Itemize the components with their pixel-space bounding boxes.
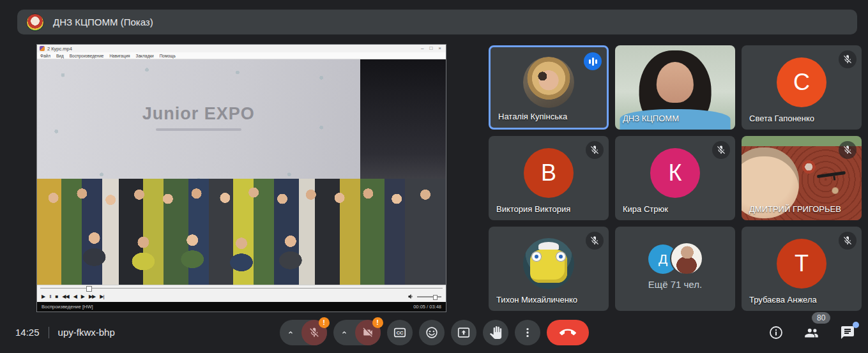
google-meet-window: ДНЗ КЦПОММ (Показ) 2 Курс.mp4 – □ × Файл… [0,0,868,353]
volume-handle[interactable] [433,295,438,300]
projection-screen: Junior EXPO [37,59,360,190]
mic-muted-icon [712,141,730,159]
maximize-icon[interactable]: □ [429,46,432,51]
participant-name: ДНЗ КЦПОММ [623,114,679,123]
mic-muted-icon [586,141,604,159]
participant-name: Виктория Виктория [496,204,570,214]
svg-text:CC: CC [396,330,404,336]
menu-playback[interactable]: Воспроизведение [70,54,104,58]
status-time: 00:05 / 03:48 [413,304,441,310]
seek-handle[interactable] [86,286,92,292]
mic-options-chevron-icon[interactable] [280,320,301,345]
participant-avatar: С [777,57,826,107]
participant-name: Тихон Михайличенко [496,295,577,304]
participant-tile-trubaeva[interactable]: Т Трубаєва Анжела [742,227,862,311]
participant-tile-viktoria[interactable]: В Виктория Виктория [489,136,609,220]
speaking-indicator-icon [584,52,602,70]
end-call-button[interactable] [547,320,589,345]
media-player-icon [40,46,45,51]
mic-control[interactable]: ! [280,320,327,345]
player-controls: ▶ ‖ ■ ◀◀ ◀ ▶ ▶▶ ▶| [37,291,446,302]
call-controls: ! ! CC [280,320,589,345]
reactions-button[interactable] [419,320,445,345]
menu-file[interactable]: Файл [40,54,50,58]
present-screen-button[interactable] [451,320,476,345]
camera-options-chevron-icon[interactable] [333,320,355,345]
participant-name: Кира Стрюк [623,204,668,214]
close-icon[interactable]: × [438,46,441,51]
participant-name: ДМИТРИЙ ГРИГОРЬЕВ [749,204,841,214]
meeting-info: 14:25 upy-fkwx-bhp [15,327,115,338]
participant-name: Наталія Купінська [498,112,567,121]
overflow-avatars: Д [648,243,702,274]
participants-button[interactable]: 80 [803,324,821,342]
more-options-button[interactable] [515,320,540,345]
player-status-bar: Воспроизведение [HW] 00:05 / 03:48 [37,302,446,312]
clock-time: 14:25 [15,327,40,338]
menu-view[interactable]: Вид [56,54,64,58]
frame-step-button[interactable]: ▶| [100,294,103,299]
seek-track [40,288,443,289]
presentation-title: ДНЗ КЦПОММ (Показ) [53,17,153,27]
banner-subtitle-line [156,128,241,131]
camera-control[interactable]: ! [333,320,381,345]
raise-hand-button[interactable] [483,320,508,345]
participant-avatar [523,238,574,289]
meeting-details-button[interactable] [767,324,785,342]
player-title-bar: 2 Курс.mp4 – □ × [37,45,446,52]
participant-avatar [523,57,574,108]
participant-avatar: К [650,148,700,198]
group-photo-crowd [37,179,446,285]
mic-muted-icon [586,232,604,250]
play-button[interactable]: ▶ [42,294,45,299]
divider [49,327,49,338]
participant-tile-kira[interactable]: К Кира Стрюк [615,136,735,220]
pause-button[interactable]: ‖ [49,294,50,299]
mic-muted-icon [839,232,857,250]
menu-help[interactable]: Помощь [160,54,176,58]
volume-control[interactable] [407,293,441,300]
participant-name: Света Гапоненко [749,114,814,123]
meet-control-bar: 14:25 upy-fkwx-bhp ! [0,312,868,353]
panel-buttons: 80 [767,324,857,342]
chat-button[interactable] [839,324,857,342]
shared-screen[interactable]: 2 Курс.mp4 – □ × Файл Вид Воспроизведени… [37,45,446,312]
presenter-avatar [26,13,44,31]
participant-count-badge: 80 [812,312,830,324]
presentation-bar[interactable]: ДНЗ КЦПОММ (Показ) [17,10,857,34]
participant-tile-sveta[interactable]: С Света Гапоненко [742,45,862,130]
participant-tile-overflow[interactable]: Д Ещё 71 чел. [615,227,735,311]
skip-forward-button[interactable]: ▶▶ [89,294,95,299]
banner-title: Junior EXPO [142,104,255,124]
dark-wall [360,59,446,195]
event-banner: Junior EXPO [142,104,255,131]
participant-tile-natalia[interactable]: Наталія Купінська [489,45,609,130]
status-text: Воспроизведение [HW] [42,304,93,310]
overflow-count-label: Ещё 71 чел. [615,279,735,290]
seek-bar[interactable] [37,285,446,291]
mic-muted-icon [839,50,857,68]
player-window-title: 2 Курс.mp4 [47,46,421,52]
participant-tile-dmitriy[interactable]: ДМИТРИЙ ГРИГОРЬЕВ [742,136,862,220]
chat-notification-dot [853,322,859,328]
overflow-avatar-photo [671,243,702,274]
volume-slider[interactable] [417,296,441,297]
menu-bookmarks[interactable]: Закладки [136,54,154,58]
player-menu-bar: Файл Вид Воспроизведение Навигация Закла… [37,52,446,59]
participant-tile-tihon[interactable]: Тихон Михайличенко [489,227,609,311]
meeting-code: upy-fkwx-bhp [58,327,115,338]
minimize-icon[interactable]: – [421,46,423,51]
mic-muted-icon [839,141,857,159]
participant-grid: Наталія Купінська ДНЗ КЦПОММ С Света Гап… [489,45,862,311]
menu-navigation[interactable]: Навигация [109,54,130,58]
stop-button[interactable]: ■ [55,294,57,299]
step-back-button[interactable]: ◀ [73,294,77,299]
captions-button[interactable]: CC [387,320,413,345]
participant-name: Трубаєва Анжела [749,295,817,304]
skip-back-button[interactable]: ◀◀ [62,294,68,299]
participant-tile-dnz[interactable]: ДНЗ КЦПОММ [615,45,735,130]
speaker-icon [407,293,415,300]
step-forward-button[interactable]: ▶ [81,294,84,299]
mic-alert-badge: ! [319,317,330,328]
video-frame: Junior EXPO [37,59,446,285]
